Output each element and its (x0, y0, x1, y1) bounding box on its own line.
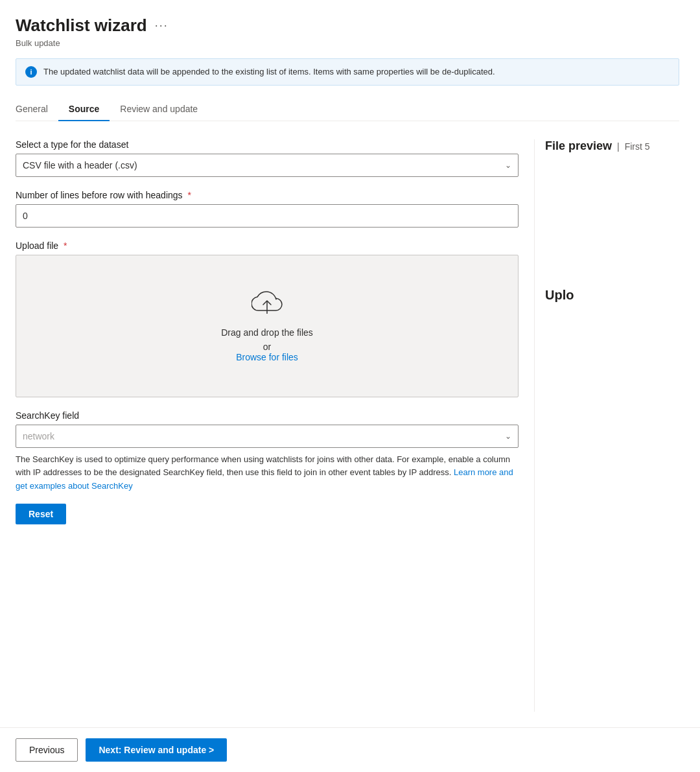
tab-source[interactable]: Source (58, 99, 110, 121)
banner-text: The updated watchlist data will be appen… (43, 65, 495, 78)
searchkey-chevron-icon: ⌄ (505, 432, 511, 441)
file-preview-first5: First 5 (625, 141, 650, 152)
drag-drop-text: Drag and drop the files (221, 325, 313, 341)
file-preview-title: File preview (545, 139, 612, 153)
page-subtitle: Bulk update (16, 38, 679, 48)
lines-before-heading-section: Number of lines before row with headings… (16, 190, 519, 228)
chevron-down-icon: ⌄ (505, 161, 511, 170)
content-area: Select a type for the dataset CSV file w… (16, 139, 679, 712)
left-panel: Select a type for the dataset CSV file w… (16, 139, 534, 712)
file-preview-separator: | (617, 141, 620, 152)
page-title-row: Watchlist wizard ··· (16, 16, 679, 36)
required-asterisk: * (187, 190, 191, 200)
searchkey-description: The SearchKey is used to optimize query … (16, 453, 519, 493)
info-banner: i The updated watchlist data will be app… (16, 58, 679, 86)
more-options-icon[interactable]: ··· (155, 19, 169, 32)
footer-bar: Previous Next: Review and update > (0, 727, 700, 772)
info-icon: i (25, 66, 37, 78)
right-panel: File preview | First 5 Uplo (534, 139, 679, 712)
upload-required-asterisk: * (64, 240, 67, 251)
tab-review-and-update[interactable]: Review and update (110, 99, 208, 121)
browse-for-files-link[interactable]: Browse for files (236, 352, 298, 362)
dataset-type-value: CSV file with a header (.csv) (23, 160, 137, 170)
tab-general[interactable]: General (16, 99, 58, 121)
upload-drop-zone[interactable]: Drag and drop the files or Browse for fi… (16, 255, 519, 397)
upload-file-label: Upload file * (16, 240, 519, 251)
lines-before-heading-label: Number of lines before row with headings… (16, 190, 519, 200)
upload-file-section: Upload file * Drag and drop the files or (16, 240, 519, 397)
next-button[interactable]: Next: Review and update > (86, 738, 227, 762)
searchkey-dropdown-wrapper: network ⌄ (16, 425, 519, 448)
previous-button[interactable]: Previous (16, 738, 78, 762)
searchkey-placeholder: network (23, 431, 54, 441)
or-text: or (263, 342, 271, 352)
reset-button[interactable]: Reset (16, 504, 66, 524)
tabs-row: General Source Review and update (16, 99, 679, 121)
lines-before-heading-input[interactable] (16, 204, 519, 228)
right-panel-upload-label: Uplo (545, 288, 679, 303)
dataset-type-dropdown[interactable]: CSV file with a header (.csv) ⌄ (16, 154, 519, 177)
searchkey-section: SearchKey field network ⌄ The SearchKey … (16, 410, 519, 493)
dataset-type-label: Select a type for the dataset (16, 139, 519, 150)
cloud-upload-icon (251, 289, 283, 317)
file-preview-header: File preview | First 5 (545, 139, 679, 158)
dataset-type-section: Select a type for the dataset CSV file w… (16, 139, 519, 177)
searchkey-dropdown[interactable]: network ⌄ (16, 425, 519, 448)
page-title: Watchlist wizard (16, 16, 147, 36)
searchkey-label: SearchKey field (16, 410, 519, 421)
